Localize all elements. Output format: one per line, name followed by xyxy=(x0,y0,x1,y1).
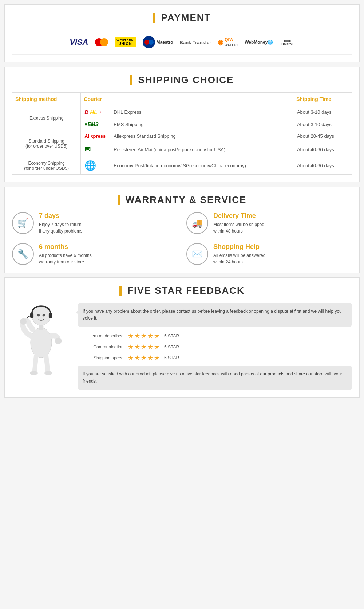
dhl-name-cell: DHL Express xyxy=(110,106,293,118)
title-bar-icon xyxy=(118,195,120,205)
described-count: 5 STAR xyxy=(164,333,179,339)
described-label: Item as described: xyxy=(78,333,125,339)
shipping-speed-label: Shipping speed: xyxy=(78,355,125,360)
help-highlight: Shopping Help xyxy=(213,243,265,251)
airmail-time-cell: About 40-60 days xyxy=(293,142,352,157)
warranty-item-return: 🛒 7 days Enjoy 7 days to returnif any qu… xyxy=(12,212,178,234)
col-courier: Courier xyxy=(81,93,293,106)
months-highlight: 6 months xyxy=(39,243,92,251)
western-union-logo: WESTERN UNION xyxy=(115,37,136,47)
title-bar-icon xyxy=(153,13,155,23)
col-time: Shipping Time xyxy=(293,93,352,106)
boletol-logo: ||||||||||||||| Boletol xyxy=(280,38,294,47)
svg-point-6 xyxy=(31,328,52,358)
star-1: ★ xyxy=(128,343,134,351)
star-2: ★ xyxy=(134,354,140,362)
star-5: ★ xyxy=(154,354,160,362)
economy-time-cell: About 40-60 days xyxy=(293,157,352,175)
qiwi-logo: ◉ QIWIWALLET xyxy=(218,37,238,47)
wrench-icon: 🔧 xyxy=(12,243,34,265)
svg-point-11 xyxy=(44,371,52,375)
star-4: ★ xyxy=(147,354,153,362)
ems-name-cell: EMS Shipping xyxy=(110,118,293,130)
airmail-logo-cell: ✉ xyxy=(81,142,110,157)
return-highlight: 7 days xyxy=(39,212,82,220)
return-desc: Enjoy 7 days to returnif any quality pro… xyxy=(39,221,82,234)
feedback-footer-text: If you are satisfied with our product, p… xyxy=(83,371,342,383)
communication-stars: ★ ★ ★ ★ ★ xyxy=(128,343,160,351)
months-text: 6 months All products have 6 monthswarra… xyxy=(39,243,92,265)
star-2: ★ xyxy=(134,332,140,340)
feedback-title: FIVE STAR FEEDBACK xyxy=(12,285,352,296)
ems-logo-cell: ≡EMS xyxy=(81,118,110,130)
rating-row-communication: Communication: ★ ★ ★ ★ ★ 5 STAR xyxy=(78,343,352,351)
warranty-item-help: ✉️ Shopping Help All emails will be answ… xyxy=(186,243,352,265)
ems-time-cell: About 3-10 days xyxy=(293,118,352,130)
airmail-name-cell: Registered Air Mail(china post/e packet-… xyxy=(110,142,293,157)
star-3: ★ xyxy=(141,332,147,340)
mastercard-logo xyxy=(95,38,108,46)
svg-point-10 xyxy=(30,371,38,375)
star-1: ★ xyxy=(128,354,134,362)
return-text: 7 days Enjoy 7 days to returnif any qual… xyxy=(39,212,82,234)
human-figure-svg xyxy=(16,303,67,376)
webmoney-logo: WebMoney 🌐 xyxy=(245,40,273,45)
dhl-logo-cell: D HL ✈ xyxy=(81,106,110,118)
express-shipping-method: Express Shipping xyxy=(12,106,81,130)
economy-shipping-method: Economy Shipping(for order under USD5) xyxy=(12,157,81,175)
economy-name-cell: Economy Post(finland economy/ SG economy… xyxy=(110,157,293,175)
bank-transfer-logo: Bank Transfer xyxy=(180,40,211,45)
shipping-table: Shipping method Courier Shipping Time Ex… xyxy=(12,92,352,175)
shipping-section: SHIPPING CHOICE Shipping method Courier … xyxy=(4,67,360,182)
feedback-intro-bubble: If you have any problem about the order,… xyxy=(78,303,352,327)
feedback-footer-bubble: If you are satisfied with our product, p… xyxy=(78,366,352,390)
star-4: ★ xyxy=(147,343,153,351)
star-2: ★ xyxy=(134,343,140,351)
warranty-item-months: 🔧 6 months All products have 6 monthswar… xyxy=(12,243,178,265)
feedback-content: If you have any problem about the order,… xyxy=(78,303,352,390)
svg-rect-3 xyxy=(30,313,33,318)
warranty-section: WARRANTY & SERVICE 🛒 7 days Enjoy 7 days… xyxy=(4,187,360,273)
star-1: ★ xyxy=(128,332,134,340)
table-row: Express Shipping D HL ✈ DHL Express Abou… xyxy=(12,106,352,118)
title-bar-icon xyxy=(119,286,122,296)
svg-point-0 xyxy=(32,307,51,325)
shipping-stars: ★ ★ ★ ★ ★ xyxy=(128,354,160,362)
star-3: ★ xyxy=(141,343,147,351)
dhl-time-cell: About 3-10 days xyxy=(293,106,352,118)
warranty-title: WARRANTY & SERVICE xyxy=(12,194,352,206)
communication-label: Communication: xyxy=(78,344,125,350)
star-5: ★ xyxy=(154,343,160,351)
mail-icon: ✉️ xyxy=(186,243,208,265)
warranty-grid: 🛒 7 days Enjoy 7 days to returnif any qu… xyxy=(12,212,352,265)
delivery-desc: Most items will be shippedwithin 48 hour… xyxy=(213,221,264,234)
un-logo-cell: 🌐 xyxy=(81,157,110,175)
feedback-section: FIVE STAR FEEDBACK xyxy=(4,277,360,398)
help-text: Shopping Help All emails will be answere… xyxy=(213,243,265,265)
warranty-item-delivery: 🚚 Delivery Time Most items will be shipp… xyxy=(186,212,352,234)
shipping-count: 5 STAR xyxy=(164,355,179,360)
svg-point-1 xyxy=(37,314,40,316)
shipping-title: SHIPPING CHOICE xyxy=(12,74,352,86)
rating-row-shipping: Shipping speed: ★ ★ ★ ★ ★ 5 STAR xyxy=(78,354,352,362)
svg-point-9 xyxy=(20,318,27,325)
delivery-text: Delivery Time Most items will be shipped… xyxy=(213,212,264,234)
help-desc: All emails will be answeredwithin 24 hou… xyxy=(213,252,265,265)
table-row: Economy Shipping(for order under USD5) 🌐… xyxy=(12,157,352,175)
payment-logos-row: VISA WESTERN UNION Maestro Bank Transfer… xyxy=(12,30,352,55)
maestro-logo: Maestro xyxy=(143,36,173,48)
truck-icon: 🚚 xyxy=(186,212,208,234)
communication-count: 5 STAR xyxy=(164,344,179,350)
cart-icon: 🛒 xyxy=(12,212,34,234)
feedback-body: If you have any problem about the order,… xyxy=(12,303,352,390)
star-rating-container: Item as described: ★ ★ ★ ★ ★ 5 STAR Comm… xyxy=(78,332,352,362)
feedback-intro-text: If you have any problem about the order,… xyxy=(83,309,342,321)
star-4: ★ xyxy=(147,332,153,340)
svg-point-2 xyxy=(43,314,45,316)
title-bar-icon xyxy=(130,75,132,85)
visa-logo: VISA xyxy=(70,38,88,47)
svg-rect-4 xyxy=(49,313,52,318)
ali-logo-cell: AliXpress xyxy=(81,130,110,142)
table-row: Standard Shipping(for order over USD5) A… xyxy=(12,130,352,142)
described-stars: ★ ★ ★ ★ ★ xyxy=(128,332,160,340)
